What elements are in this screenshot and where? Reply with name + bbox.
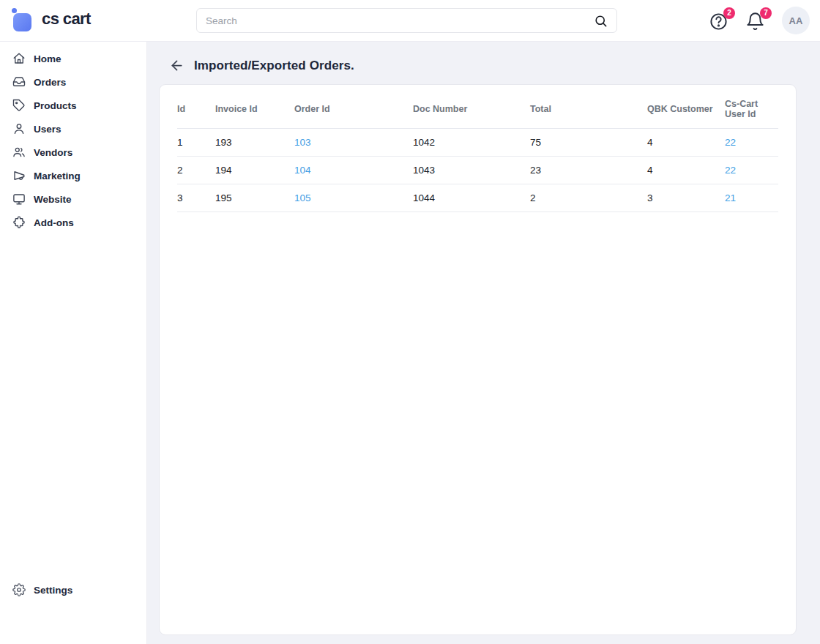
sidebar-item-label: Products [34, 100, 77, 111]
sidebar-item-label: Settings [34, 585, 72, 596]
column-header-order-id: Order Id [294, 86, 413, 129]
sidebar: Home Orders Products [0, 42, 147, 644]
brand-logo[interactable]: cs cart [12, 7, 91, 31]
cell-invoice-id: 193 [215, 129, 294, 157]
sidebar-item-products[interactable]: Products [0, 94, 146, 117]
notifications-badge: 7 [760, 7, 772, 19]
column-header-doc-number: Doc Number [413, 86, 530, 129]
sidebar-item-orders[interactable]: Orders [0, 70, 146, 94]
sidebar-item-label: Marketing [34, 171, 81, 181]
orders-table-card: Id Invoice Id Order Id Doc Number Total … [159, 84, 797, 635]
cell-invoice-id: 195 [215, 184, 294, 212]
sidebar-item-vendors[interactable]: Vendors [0, 141, 146, 164]
user-avatar[interactable]: AA [782, 7, 810, 34]
inbox-icon [12, 75, 26, 89]
sidebar-item-label: Orders [34, 77, 66, 88]
cell-invoice-id: 194 [215, 157, 294, 184]
cell-id: 2 [177, 157, 215, 184]
sidebar-item-label: Home [34, 53, 61, 64]
cscart-user-id-link[interactable]: 21 [725, 192, 736, 203]
sidebar-item-website[interactable]: Website [0, 187, 146, 211]
cell-total: 2 [530, 184, 647, 212]
user-icon [12, 122, 26, 135]
search-button[interactable] [591, 14, 616, 28]
back-button[interactable] [169, 58, 184, 73]
puzzle-icon [12, 216, 26, 229]
column-header-invoice-id: Invoice Id [215, 86, 294, 129]
main-content: Imported/Exported Orders. Id Invoice Id … [147, 42, 820, 644]
sidebar-item-label: Website [34, 194, 72, 205]
table-row: 2 194 104 1043 23 4 22 [177, 157, 778, 184]
column-header-qbk-customer: QBK Customer [647, 86, 725, 129]
users-icon [12, 146, 26, 159]
cell-qbk-customer: 4 [647, 129, 725, 157]
sidebar-item-label: Vendors [34, 147, 72, 158]
home-icon [12, 52, 26, 65]
monitor-icon [12, 192, 26, 206]
cell-qbk-customer: 3 [647, 184, 725, 212]
order-id-link[interactable]: 105 [294, 192, 311, 203]
cscart-user-id-link[interactable]: 22 [725, 137, 736, 148]
arrow-left-icon [169, 58, 184, 73]
orders-table: Id Invoice Id Order Id Doc Number Total … [177, 86, 778, 212]
sidebar-item-home[interactable]: Home [0, 47, 146, 70]
table-row: 1 193 103 1042 75 4 22 [177, 129, 778, 157]
page-header: Imported/Exported Orders. [169, 58, 820, 73]
search-input[interactable] [197, 15, 591, 26]
column-header-total: Total [530, 86, 647, 129]
help-badge: 2 [723, 7, 735, 19]
cscart-user-id-link[interactable]: 22 [725, 165, 736, 176]
cell-doc-number: 1044 [413, 184, 530, 212]
order-id-link[interactable]: 104 [294, 165, 311, 176]
help-button[interactable]: 2 [709, 10, 731, 32]
cell-id: 3 [177, 184, 215, 212]
gear-icon [12, 583, 26, 596]
order-id-link[interactable]: 103 [294, 137, 311, 148]
column-header-id: Id [177, 86, 215, 129]
column-header-cscart-user-id: Cs-Cart User Id [725, 86, 778, 129]
sidebar-item-addons[interactable]: Add-ons [0, 211, 146, 234]
top-bar: cs cart 2 7 AA [0, 0, 820, 42]
sidebar-item-marketing[interactable]: Marketing [0, 164, 146, 187]
tag-icon [12, 99, 26, 112]
cell-total: 23 [530, 157, 647, 184]
sidebar-item-users[interactable]: Users [0, 117, 146, 141]
search-icon [594, 14, 608, 28]
sidebar-item-label: Add-ons [34, 217, 74, 228]
brand-name: cs cart [42, 10, 91, 29]
notifications-button[interactable]: 7 [745, 10, 767, 32]
cell-id: 1 [177, 129, 215, 157]
table-header-row: Id Invoice Id Order Id Doc Number Total … [177, 86, 778, 129]
cell-doc-number: 1042 [413, 129, 530, 157]
cs-cart-logo-icon [12, 7, 34, 31]
global-search [196, 8, 617, 33]
sidebar-item-settings[interactable]: Settings [0, 578, 146, 602]
megaphone-icon [12, 169, 26, 182]
page-title: Imported/Exported Orders. [194, 59, 354, 73]
cell-doc-number: 1043 [413, 157, 530, 184]
sidebar-item-label: Users [34, 124, 61, 135]
table-row: 3 195 105 1044 2 3 21 [177, 184, 778, 212]
cell-total: 75 [530, 129, 647, 157]
cell-qbk-customer: 4 [647, 157, 725, 184]
